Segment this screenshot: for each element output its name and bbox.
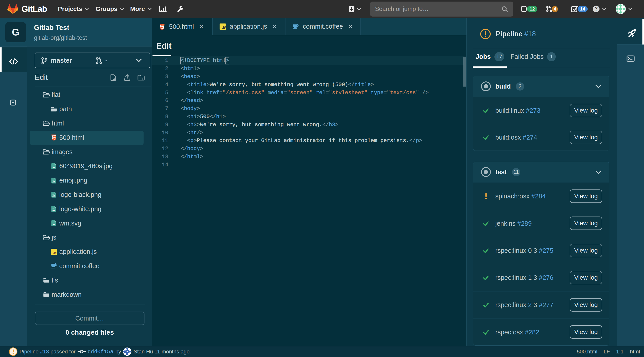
svg-text:JS: JS (53, 251, 57, 255)
svg-text:?: ? (594, 6, 598, 12)
svg-text:JS: JS (222, 26, 226, 30)
